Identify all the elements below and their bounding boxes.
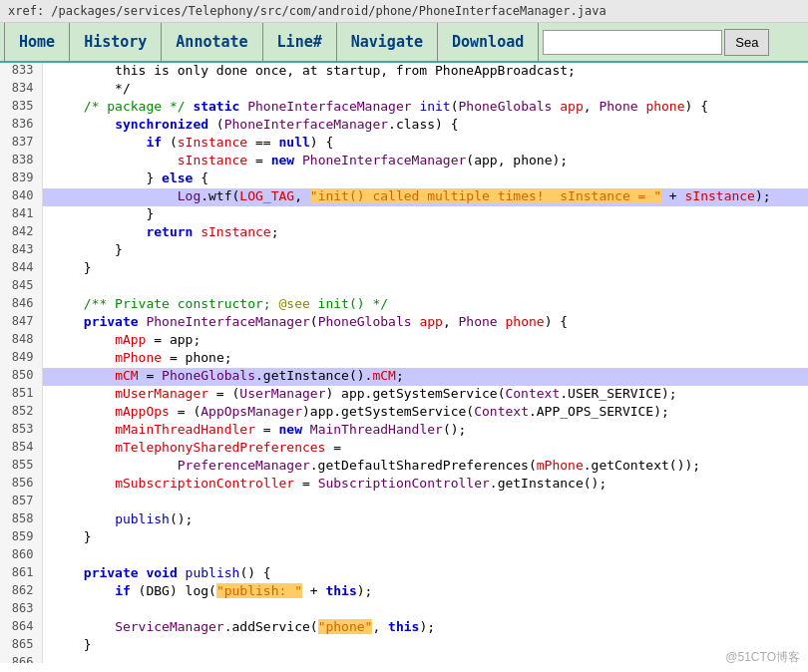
line-number[interactable]: 861 [0, 565, 42, 583]
line-number[interactable]: 848 [0, 332, 42, 350]
code-line: mMainThreadHandler = new MainThreadHandl… [42, 422, 808, 440]
line-number[interactable]: 839 [0, 170, 42, 188]
table-row: 861 private void publish() { [0, 565, 808, 583]
table-row: 841 } [0, 206, 808, 224]
breadcrumb: xref: /packages/services/Telephony/src/c… [0, 0, 808, 23]
line-number[interactable]: 834 [0, 81, 42, 99]
line-number[interactable]: 851 [0, 386, 42, 404]
table-row: 842 return sInstance; [0, 224, 808, 242]
search-input[interactable] [543, 30, 722, 55]
line-number[interactable]: 860 [0, 547, 42, 565]
line-number[interactable]: 864 [0, 619, 42, 637]
code-line: mAppOps = (AppOpsManager)app.getSystemSe… [42, 404, 808, 422]
watermark: @51CTO博客 [725, 649, 800, 663]
code-line [42, 494, 808, 511]
table-row: 834 */ [0, 81, 808, 99]
table-row: 845 [0, 278, 808, 296]
nav-download[interactable]: Download [438, 23, 539, 61]
table-row: 855 PreferenceManager.getDefaultSharedPr… [0, 458, 808, 476]
line-number[interactable]: 863 [0, 601, 42, 619]
line-number[interactable]: 858 [0, 511, 42, 529]
line-number[interactable]: 836 [0, 117, 42, 135]
table-row: 862 if (DBG) log("publish: " + this); [0, 583, 808, 601]
code-line: if (sInstance == null) { [42, 135, 808, 153]
table-row: 840 Log.wtf(LOG_TAG, "init() called mult… [0, 188, 808, 206]
code-line: PreferenceManager.getDefaultSharedPrefer… [42, 458, 808, 476]
table-row: 835 /* package */ static PhoneInterfaceM… [0, 99, 808, 117]
table-row: 847 private PhoneInterfaceManager(PhoneG… [0, 314, 808, 332]
table-row: 846 /** Private constructor; @see init()… [0, 296, 808, 314]
code-line: mUserManager = (UserManager) app.getSyst… [42, 386, 808, 404]
table-row: 843 } [0, 242, 808, 260]
table-row: 857 [0, 494, 808, 511]
table-row: 837 if (sInstance == null) { [0, 135, 808, 153]
line-number[interactable]: 833 [0, 63, 42, 81]
code-line: publish(); [42, 511, 808, 529]
line-number[interactable]: 862 [0, 583, 42, 601]
line-number[interactable]: 849 [0, 350, 42, 368]
table-row: 848 mApp = app; [0, 332, 808, 350]
search-button[interactable]: Sea [724, 29, 769, 56]
code-line [42, 547, 808, 565]
line-number[interactable]: 865 [0, 637, 42, 655]
nav-history[interactable]: History [70, 23, 162, 61]
table-row: 850 mCM = PhoneGlobals.getInstance().mCM… [0, 368, 808, 386]
nav-home[interactable]: Home [4, 23, 70, 61]
table-row: 858 publish(); [0, 511, 808, 529]
code-line: Log.wtf(LOG_TAG, "init() called multiple… [42, 188, 808, 206]
line-number[interactable]: 841 [0, 206, 42, 224]
code-line: if (DBG) log("publish: " + this); [42, 583, 808, 601]
line-number[interactable]: 838 [0, 153, 42, 170]
line-number[interactable]: 855 [0, 458, 42, 476]
table-row: 865 } [0, 637, 808, 655]
code-line: return sInstance; [42, 224, 808, 242]
code-table: 833 this is only done once, at startup, … [0, 63, 808, 663]
code-line [42, 601, 808, 619]
line-number[interactable]: 837 [0, 135, 42, 153]
code-line: sInstance = new PhoneInterfaceManager(ap… [42, 153, 808, 170]
line-number[interactable]: 842 [0, 224, 42, 242]
code-line: mTelephonySharedPreferences = [42, 440, 808, 458]
code-line: mCM = PhoneGlobals.getInstance().mCM; [42, 368, 808, 386]
code-line: */ [42, 81, 808, 99]
code-line: ServiceManager.addService("phone", this)… [42, 619, 808, 637]
line-number[interactable]: 854 [0, 440, 42, 458]
code-line: mPhone = phone; [42, 350, 808, 368]
line-number[interactable]: 859 [0, 529, 42, 547]
line-number[interactable]: 857 [0, 494, 42, 511]
table-row: 863 [0, 601, 808, 619]
nav-annotate[interactable]: Annotate [162, 23, 262, 61]
code-line: } [42, 242, 808, 260]
line-number[interactable]: 846 [0, 296, 42, 314]
code-line: mSubscriptionController = SubscriptionCo… [42, 476, 808, 494]
nav-line[interactable]: Line# [263, 23, 337, 61]
table-row: 864 ServiceManager.addService("phone", t… [0, 619, 808, 637]
line-number[interactable]: 866 [0, 655, 42, 663]
line-number[interactable]: 844 [0, 260, 42, 278]
line-number[interactable]: 852 [0, 404, 42, 422]
table-row: 866 [0, 655, 808, 663]
line-number[interactable]: 840 [0, 188, 42, 206]
line-number[interactable]: 847 [0, 314, 42, 332]
code-line: /* package */ static PhoneInterfaceManag… [42, 99, 808, 117]
line-number[interactable]: 835 [0, 99, 42, 117]
line-number[interactable]: 845 [0, 278, 42, 296]
code-line [42, 655, 808, 663]
table-row: 836 synchronized (PhoneInterfaceManager.… [0, 117, 808, 135]
code-line: this is only done once, at startup, from… [42, 63, 808, 81]
code-line: mApp = app; [42, 332, 808, 350]
code-area: 833 this is only done once, at startup, … [0, 63, 808, 663]
code-line: private void publish() { [42, 565, 808, 583]
code-line: synchronized (PhoneInterfaceManager.clas… [42, 117, 808, 135]
line-number[interactable]: 843 [0, 242, 42, 260]
code-line: } [42, 637, 808, 655]
table-row: 853 mMainThreadHandler = new MainThreadH… [0, 422, 808, 440]
line-number[interactable]: 856 [0, 476, 42, 494]
table-row: 839 } else { [0, 170, 808, 188]
code-line: /** Private constructor; @see init() */ [42, 296, 808, 314]
nav-navigate[interactable]: Navigate [337, 23, 438, 61]
code-line: private PhoneInterfaceManager(PhoneGloba… [42, 314, 808, 332]
line-number[interactable]: 850 [0, 368, 42, 386]
line-number[interactable]: 853 [0, 422, 42, 440]
code-line [42, 278, 808, 296]
